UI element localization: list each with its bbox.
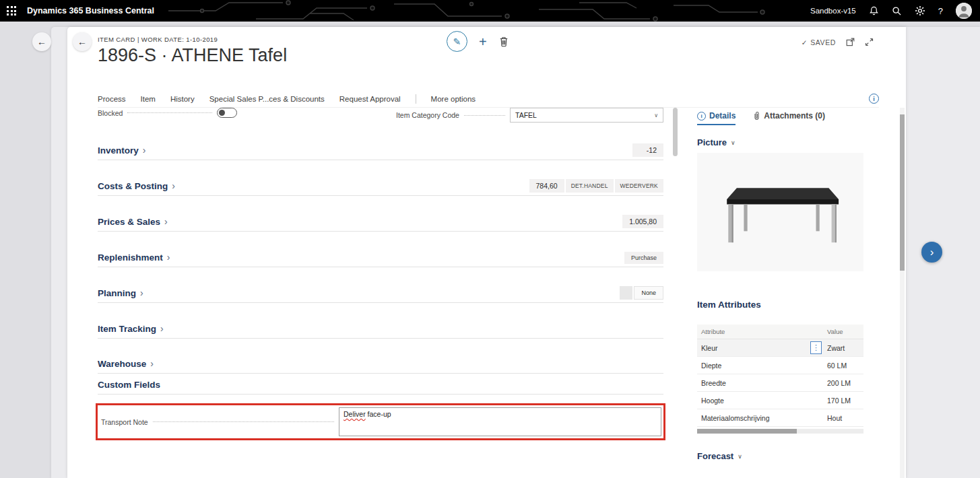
section-warehouse: Warehouse› bbox=[98, 357, 663, 374]
page-title: 1896-S · ATHENE Tafel bbox=[98, 45, 287, 66]
page-info-icon[interactable]: i bbox=[869, 94, 879, 104]
section-label: Inventory bbox=[98, 145, 139, 156]
section-warehouse-header[interactable]: Warehouse› bbox=[98, 358, 154, 370]
topbar-right-controls: Sandbox-v15 ? bbox=[810, 3, 980, 19]
picture-label: Picture bbox=[697, 137, 727, 147]
item-category-field: Item Category Code TAFEL ∨ bbox=[396, 108, 663, 123]
general-fields-row: Blocked Item Category Code TAFEL ∨ bbox=[98, 108, 663, 123]
factbox-scrollbar-thumb[interactable] bbox=[900, 114, 905, 271]
item-category-label: Item Category Code bbox=[396, 111, 459, 119]
section-costs-posting-header[interactable]: Costs & Posting› bbox=[98, 180, 175, 192]
attribute-row-diepte[interactable]: Diepte 60 LM bbox=[697, 357, 863, 374]
section-inventory-header[interactable]: Inventory› bbox=[98, 145, 145, 156]
reordering-policy-tile[interactable]: None bbox=[634, 286, 663, 300]
tab-attachments[interactable]: Attachments (0) bbox=[753, 111, 825, 125]
page-caption: ITEM CARD | WORK DATE: 1-10-2019 bbox=[98, 36, 218, 43]
section-prices-tiles: 1.005,80 bbox=[622, 215, 663, 228]
section-label: Warehouse bbox=[98, 358, 146, 370]
help-icon[interactable]: ? bbox=[938, 6, 943, 16]
factbox-scrollbar[interactable] bbox=[900, 108, 905, 478]
next-record-button[interactable]: › bbox=[921, 242, 942, 263]
tab-details[interactable]: i Details bbox=[697, 111, 736, 125]
transport-note-input[interactable]: Deliver face-up bbox=[339, 407, 661, 436]
user-avatar[interactable] bbox=[956, 3, 972, 19]
attribute-name[interactable]: Hoogte bbox=[697, 397, 822, 405]
details-factbox-panel: i Details Attachments (0) Picture ∨ bbox=[680, 108, 863, 462]
section-custom-fields-header[interactable]: Custom Fields bbox=[98, 379, 160, 390]
section-replenishment-header[interactable]: Replenishment› bbox=[98, 252, 170, 263]
section-label: Prices & Sales bbox=[98, 216, 160, 228]
section-prices-sales: Prices & Sales› 1.005,80 bbox=[98, 215, 663, 232]
main-content-scrollbar-thumb[interactable] bbox=[673, 108, 678, 156]
row-options-button[interactable]: ⋮ bbox=[810, 341, 822, 354]
attribute-value[interactable]: Zwart bbox=[822, 344, 863, 352]
section-custom-fields: Custom Fields bbox=[98, 378, 663, 395]
settings-gear-icon[interactable] bbox=[915, 5, 925, 16]
attribute-row-materiaalomschrijving[interactable]: Materiaalomschrijving Hout bbox=[697, 409, 863, 427]
attribute-name[interactable]: Kleur bbox=[697, 344, 822, 352]
item-card-page: ← ITEM CARD | WORK DATE: 1-10-2019 1896-… bbox=[67, 27, 906, 478]
notifications-bell-icon[interactable] bbox=[869, 5, 879, 16]
tab-attachments-label: Attachments (0) bbox=[764, 111, 825, 121]
menu-item-more-options[interactable]: More options bbox=[431, 95, 476, 103]
saved-text: SAVED bbox=[810, 38, 836, 46]
section-item-tracking: Item Tracking› bbox=[98, 322, 663, 339]
item-picture[interactable] bbox=[697, 153, 863, 271]
attribute-row-breedte[interactable]: Breedte 200 LM bbox=[697, 374, 863, 392]
transport-note-word-rest: face-up bbox=[366, 410, 391, 418]
menu-item-item[interactable]: Item bbox=[141, 95, 156, 103]
section-item-tracking-header[interactable]: Item Tracking› bbox=[98, 323, 164, 335]
attributes-horizontal-scrollbar[interactable] bbox=[697, 429, 863, 434]
forecast-section-header[interactable]: Forecast ∨ bbox=[697, 451, 742, 461]
attribute-value[interactable]: 200 LM bbox=[822, 379, 863, 387]
picture-section-header[interactable]: Picture ∨ bbox=[697, 137, 736, 147]
menu-item-request-approval[interactable]: Request Approval bbox=[339, 95, 401, 103]
section-replenishment: Replenishment› Purchase bbox=[98, 251, 663, 267]
saved-indicator: ✓SAVED bbox=[802, 38, 836, 46]
transport-note-annotation-box: Transport Note Deliver face-up bbox=[96, 403, 665, 440]
horizontal-scrollbar-thumb[interactable] bbox=[697, 429, 797, 434]
new-item-button[interactable]: + bbox=[479, 35, 487, 48]
section-prices-sales-header[interactable]: Prices & Sales› bbox=[98, 216, 168, 228]
section-label: Replenishment bbox=[98, 252, 163, 263]
delete-button[interactable] bbox=[498, 36, 509, 47]
collapse-page-icon[interactable] bbox=[865, 38, 874, 46]
menu-item-process[interactable]: Process bbox=[98, 95, 126, 103]
back-button[interactable]: ← bbox=[73, 32, 92, 51]
unit-cost-tile[interactable]: 784,60 bbox=[529, 179, 564, 193]
menu-item-history[interactable]: History bbox=[170, 95, 195, 103]
back-button-outer[interactable]: ← bbox=[32, 32, 51, 51]
edit-button[interactable]: ✎ bbox=[447, 31, 467, 52]
vat-prod-posting-tile[interactable]: WEDERVERK bbox=[615, 179, 663, 193]
attribute-name[interactable]: Breedte bbox=[697, 379, 822, 387]
section-inventory: Inventory› -12 bbox=[98, 144, 663, 160]
environment-label: Sandbox-v15 bbox=[810, 7, 856, 15]
gen-prod-posting-tile[interactable]: DET.HANDEL bbox=[566, 179, 614, 193]
item-category-value: TAFEL bbox=[515, 111, 537, 119]
app-launcher-waffle-icon[interactable] bbox=[0, 0, 23, 22]
attribute-value[interactable]: Hout bbox=[822, 414, 863, 422]
chevron-right-icon: › bbox=[167, 252, 170, 263]
menu-item-special-sales[interactable]: Special Sales P...ces & Discounts bbox=[209, 95, 325, 103]
factbox-tabs: i Details Attachments (0) bbox=[697, 108, 863, 125]
inventory-value-tile[interactable]: -12 bbox=[632, 143, 663, 157]
section-planning-header[interactable]: Planning› bbox=[98, 287, 143, 299]
chevron-right-icon: › bbox=[143, 145, 146, 156]
search-icon[interactable] bbox=[892, 6, 902, 16]
attribute-row-kleur[interactable]: Kleur ⋮ Zwart bbox=[697, 339, 863, 357]
chevron-right-icon: › bbox=[140, 287, 143, 299]
trash-icon bbox=[498, 36, 509, 47]
open-in-new-window-icon[interactable] bbox=[846, 38, 855, 46]
attribute-name[interactable]: Materiaalomschrijving bbox=[697, 414, 822, 422]
menubar: Process Item History Special Sales P...c… bbox=[98, 90, 879, 108]
item-category-combobox[interactable]: TAFEL ∨ bbox=[510, 108, 663, 123]
attribute-value[interactable]: 170 LM bbox=[822, 397, 863, 405]
attribute-row-hoogte[interactable]: Hoogte 170 LM bbox=[697, 392, 863, 409]
unit-price-tile[interactable]: 1.005,80 bbox=[622, 215, 663, 228]
attribute-name[interactable]: Diepte bbox=[697, 362, 822, 370]
replenishment-system-tile[interactable]: Purchase bbox=[624, 252, 663, 264]
attribute-value[interactable]: 60 LM bbox=[822, 362, 863, 370]
planning-empty-tile[interactable] bbox=[620, 286, 632, 300]
blocked-toggle[interactable] bbox=[217, 108, 237, 118]
dotted-leader bbox=[464, 115, 505, 116]
